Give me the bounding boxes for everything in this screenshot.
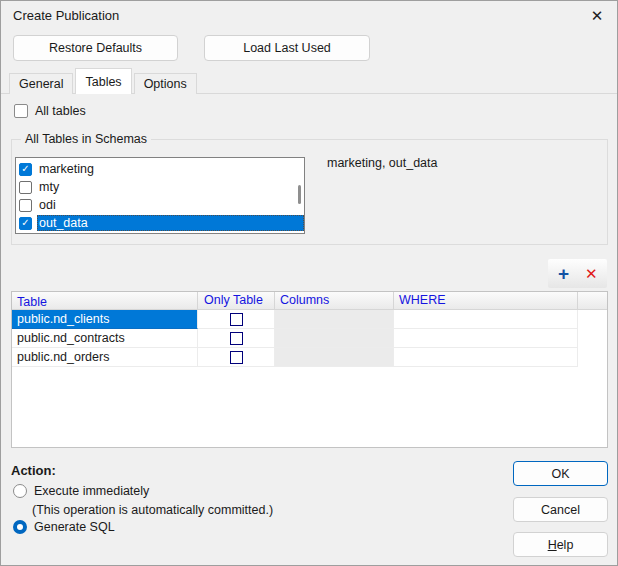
table-row[interactable]: public.nd_clients [12,310,607,329]
schema-label-selected[interactable]: out_data [37,215,304,231]
table-row[interactable]: public.nd_contracts [12,329,607,348]
column-header-columns[interactable]: Columns [275,292,394,309]
tab-tables[interactable]: Tables [75,68,131,94]
schemas-groupbox-title: All Tables in Schemas [21,132,151,146]
help-mnemonic: H [548,538,557,552]
table-name-cell[interactable]: public.nd_clients [12,310,198,329]
execute-immediately-note: (This operation is automatically committ… [32,503,273,517]
list-item[interactable]: ✓ marketing [16,160,304,178]
tab-strip: General Tables Options [9,68,199,94]
schema-checkbox-odi[interactable] [19,199,32,212]
cancel-button[interactable]: Cancel [513,497,608,522]
generate-sql-option: Generate SQL [13,520,115,534]
grid-toolbar: + ✕ [548,259,607,288]
only-table-checkbox[interactable] [230,313,243,326]
column-header-where[interactable]: WHERE [394,292,578,309]
help-button[interactable]: Help [513,532,608,557]
title-bar: Create Publication ✕ [1,1,617,31]
column-header-only-table[interactable]: Only Table [198,292,275,309]
list-item[interactable]: ✓ out_data [16,214,304,232]
schemas-listbox[interactable]: ✓ marketing mty odi ✓ out_data [15,157,305,234]
selected-schemas-summary: marketing, out_data [327,156,438,170]
action-label: Action: [11,463,56,478]
only-table-checkbox[interactable] [230,332,243,345]
schema-label[interactable]: marketing [37,161,304,177]
only-table-checkbox[interactable] [230,351,243,364]
grid-header-row: Table Only Table Columns WHERE [12,292,607,310]
schema-label[interactable]: mty [37,179,304,195]
table-name-cell[interactable]: public.nd_orders [12,348,198,367]
plus-icon: + [558,264,569,283]
where-cell[interactable] [394,310,578,329]
generate-sql-label[interactable]: Generate SQL [34,520,115,534]
list-item[interactable]: mty [16,178,304,196]
create-publication-dialog: Create Publication ✕ Restore Defaults Lo… [0,0,618,566]
tables-grid: Table Only Table Columns WHERE public.nd… [11,291,608,448]
tab-options[interactable]: Options [134,73,197,94]
execute-immediately-option: Execute immediately [13,484,149,498]
listbox-scrollbar-thumb[interactable] [298,185,301,204]
only-table-cell[interactable] [198,329,275,348]
schema-checkbox-mty[interactable] [19,181,32,194]
only-table-cell[interactable] [198,348,275,367]
columns-cell[interactable] [275,310,394,329]
ok-button[interactable]: OK [513,461,608,486]
close-icon: ✕ [591,7,604,25]
dialog-title: Create Publication [13,8,119,23]
delete-table-button[interactable]: ✕ [579,262,603,286]
generate-sql-radio[interactable] [13,520,27,534]
load-last-used-button[interactable]: Load Last Used [204,35,370,61]
columns-cell[interactable] [275,348,394,367]
table-name-cell[interactable]: public.nd_contracts [12,329,198,348]
schema-checkbox-out-data[interactable]: ✓ [19,217,32,230]
check-icon: ✓ [21,218,29,228]
where-cell[interactable] [394,329,578,348]
restore-defaults-button[interactable]: Restore Defaults [13,35,178,61]
columns-cell[interactable] [275,329,394,348]
list-item[interactable]: odi [16,196,304,214]
close-button[interactable]: ✕ [582,4,612,27]
all-tables-checkbox[interactable] [14,104,28,118]
schema-checkbox-marketing[interactable]: ✓ [19,163,32,176]
only-table-cell[interactable] [198,310,275,329]
help-rest: elp [557,538,574,552]
execute-immediately-radio[interactable] [13,484,27,498]
tab-general[interactable]: General [9,73,73,94]
all-tables-label[interactable]: All tables [35,104,86,118]
check-icon: ✓ [21,164,29,174]
all-tables-row: All tables [14,104,86,118]
column-header-table[interactable]: Table [12,292,198,309]
where-cell[interactable] [394,348,578,367]
execute-immediately-label[interactable]: Execute immediately [34,484,149,498]
add-table-button[interactable]: + [552,262,576,286]
delete-x-icon: ✕ [585,266,598,281]
table-row[interactable]: public.nd_orders [12,348,607,367]
schema-label[interactable]: odi [37,197,304,213]
